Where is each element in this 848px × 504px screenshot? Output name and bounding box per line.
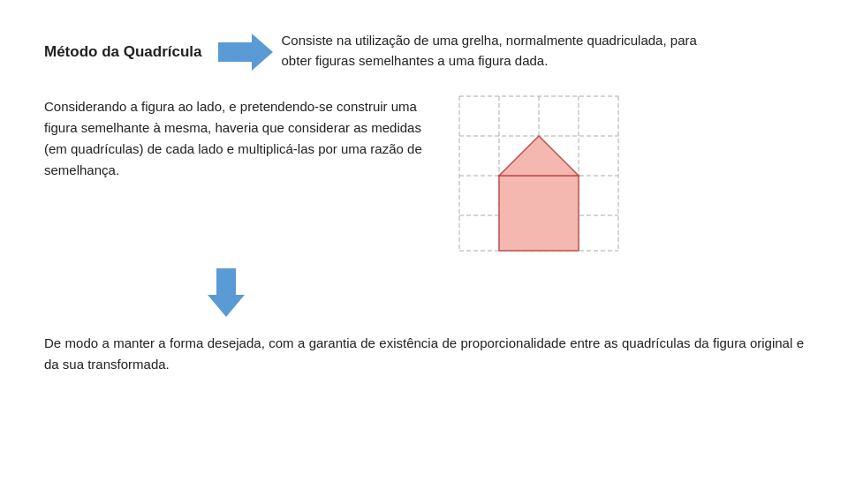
svg-marker-13 — [208, 268, 245, 317]
top-description: Consiste na utilização de uma grelha, no… — [282, 30, 706, 71]
top-section: Método da Quadrícula Consiste na utiliza… — [44, 26, 804, 71]
middle-section: Considerando a figura ao lado, e pretend… — [44, 96, 804, 260]
middle-text: Considerando a figura ao lado, e pretend… — [44, 96, 424, 181]
svg-marker-12 — [499, 136, 579, 176]
grid-house-diagram — [450, 87, 645, 260]
page: Método da Quadrícula Consiste na utiliza… — [0, 0, 848, 504]
title-block: Método da Quadrícula — [44, 34, 273, 71]
page-title: Método da Quadrícula — [44, 43, 202, 61]
right-arrow-icon — [218, 34, 273, 71]
bottom-text: De modo a manter a forma desejada, com a… — [44, 333, 804, 377]
bottom-section: De modo a manter a forma desejada, com a… — [44, 333, 804, 377]
down-arrow-icon — [208, 268, 245, 317]
svg-marker-0 — [218, 34, 273, 71]
down-arrow-container — [44, 268, 804, 317]
svg-rect-11 — [499, 176, 579, 251]
diagram-svg — [450, 87, 645, 260]
